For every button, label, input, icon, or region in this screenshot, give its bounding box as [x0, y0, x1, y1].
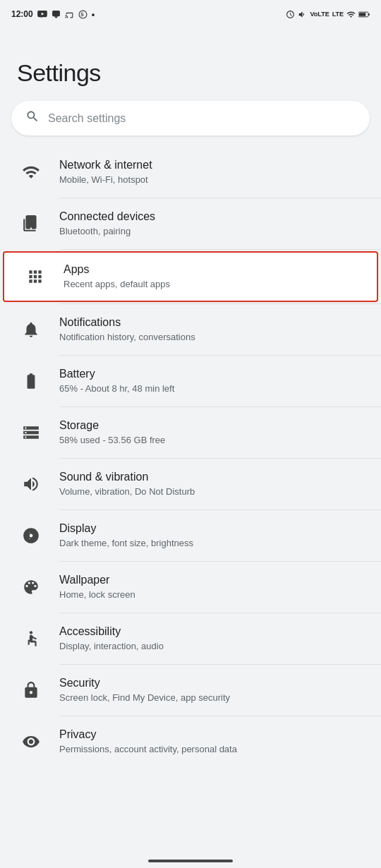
- battery-text: Battery 65% - About 8 hr, 48 min left: [59, 367, 364, 395]
- wallpaper-subtitle: Home, lock screen: [59, 589, 364, 601]
- wallpaper-icon: [17, 573, 45, 601]
- privacy-text: Privacy Permissions, account activity, p…: [59, 728, 364, 756]
- settings-item-notifications[interactable]: Notifications Notification history, conv…: [0, 304, 381, 355]
- network-text: Network & internet Mobile, Wi-Fi, hotspo…: [59, 158, 364, 186]
- settings-item-network[interactable]: Network & internet Mobile, Wi-Fi, hotspo…: [0, 147, 381, 198]
- status-left: 12:00 S •: [11, 9, 95, 20]
- security-icon: [17, 676, 45, 704]
- settings-item-privacy[interactable]: Privacy Permissions, account activity, p…: [0, 716, 381, 767]
- privacy-subtitle: Permissions, account activity, personal …: [59, 744, 364, 756]
- apps-icon: [21, 263, 49, 291]
- devices-icon: [17, 210, 45, 238]
- display-text: Display Dark theme, font size, brightnes…: [59, 522, 364, 550]
- bell-icon: [17, 315, 45, 344]
- settings-item-apps[interactable]: Apps Recent apps, default apps: [3, 251, 378, 302]
- storage-icon: [17, 418, 45, 447]
- notifications-subtitle: Notification history, conversations: [59, 332, 364, 344]
- security-text: Security Screen lock, Find My Device, ap…: [59, 676, 364, 704]
- settings-list: Network & internet Mobile, Wi-Fi, hotspo…: [0, 147, 381, 767]
- wallpaper-text: Wallpaper Home, lock screen: [59, 573, 364, 601]
- search-placeholder: Search settings: [48, 112, 356, 125]
- notifications-title: Notifications: [59, 315, 364, 330]
- accessibility-icon: [17, 625, 45, 653]
- accessibility-title: Accessibility: [59, 625, 364, 639]
- signal-icon: [346, 10, 356, 19]
- settings-item-wallpaper[interactable]: Wallpaper Home, lock screen: [0, 562, 381, 613]
- notifications-text: Notifications Notification history, conv…: [59, 315, 364, 344]
- battery-icon: [17, 367, 45, 395]
- sound-title: Sound & vibration: [59, 470, 364, 485]
- main-content: Settings Search settings Network & inter…: [0, 25, 381, 781]
- sound-subtitle: Volume, vibration, Do Not Disturb: [59, 486, 364, 498]
- storage-text: Storage 58% used - 53.56 GB free: [59, 418, 364, 447]
- security-subtitle: Screen lock, Find My Device, app securit…: [59, 692, 364, 704]
- settings-item-storage[interactable]: Storage 58% used - 53.56 GB free: [0, 407, 381, 458]
- time-display: 12:00: [11, 10, 33, 18]
- divider-2: [59, 249, 381, 250]
- settings-item-security[interactable]: Security Screen lock, Find My Device, ap…: [0, 665, 381, 716]
- connected-text: Connected devices Bluetooth, pairing: [59, 210, 364, 238]
- accessibility-text: Accessibility Display, interaction, audi…: [59, 625, 364, 653]
- wifi-icon: [17, 158, 45, 186]
- svg-text:S: S: [80, 11, 84, 16]
- sound-text: Sound & vibration Volume, vibration, Do …: [59, 470, 364, 498]
- apps-text: Apps Recent apps, default apps: [64, 263, 360, 291]
- connected-title: Connected devices: [59, 210, 364, 224]
- search-container[interactable]: Search settings: [0, 101, 381, 147]
- battery-subtitle: 65% - About 8 hr, 48 min left: [59, 383, 364, 395]
- lte-label: LTE: [332, 11, 344, 18]
- status-bar: 12:00 S • VoLTE LTE: [0, 0, 381, 25]
- bottom-bar: [0, 854, 381, 868]
- connected-subtitle: Bluetooth, pairing: [59, 226, 364, 238]
- svg-point-9: [30, 631, 32, 634]
- svg-rect-1: [52, 11, 60, 16]
- display-title: Display: [59, 522, 364, 536]
- sound-icon: [17, 470, 45, 498]
- storage-subtitle: 58% used - 53.56 GB free: [59, 435, 364, 447]
- svg-rect-7: [359, 13, 365, 16]
- settings-item-battery[interactable]: Battery 65% - About 8 hr, 48 min left: [0, 356, 381, 406]
- security-title: Security: [59, 676, 364, 691]
- privacy-title: Privacy: [59, 728, 364, 742]
- apps-title: Apps: [64, 263, 360, 277]
- battery-status-icon: [358, 10, 370, 19]
- display-icon: [17, 522, 45, 550]
- rcs-icon: [52, 10, 61, 19]
- dot-indicator: •: [92, 9, 95, 20]
- svg-marker-2: [54, 16, 57, 18]
- settings-item-accessibility[interactable]: Accessibility Display, interaction, audi…: [0, 613, 381, 664]
- youtube-icon: [37, 11, 47, 18]
- search-bar[interactable]: Search settings: [11, 101, 370, 135]
- settings-item-display[interactable]: Display Dark theme, font size, brightnes…: [0, 510, 381, 561]
- page-title: Settings: [17, 59, 364, 87]
- cast-icon: [65, 10, 74, 19]
- title-area: Settings: [0, 25, 381, 101]
- network-title: Network & internet: [59, 158, 364, 173]
- accessibility-subtitle: Display, interaction, audio: [59, 641, 364, 653]
- volume-icon: [298, 10, 307, 19]
- shazam-icon: S: [78, 10, 87, 19]
- settings-item-sound[interactable]: Sound & vibration Volume, vibration, Do …: [0, 459, 381, 510]
- svg-rect-6: [368, 13, 370, 16]
- network-subtitle: Mobile, Wi-Fi, hotspot: [59, 174, 364, 186]
- storage-title: Storage: [59, 418, 364, 433]
- nav-indicator: [148, 860, 233, 862]
- privacy-icon: [17, 728, 45, 756]
- display-subtitle: Dark theme, font size, brightness: [59, 538, 364, 550]
- status-right: VoLTE LTE: [286, 10, 370, 19]
- battery-title: Battery: [59, 367, 364, 382]
- wallpaper-title: Wallpaper: [59, 573, 364, 588]
- search-icon: [25, 109, 40, 127]
- alarm-icon: [286, 10, 295, 19]
- settings-item-connected[interactable]: Connected devices Bluetooth, pairing: [0, 198, 381, 249]
- apps-subtitle: Recent apps, default apps: [64, 279, 360, 291]
- volte-label: VoLTE: [310, 11, 329, 18]
